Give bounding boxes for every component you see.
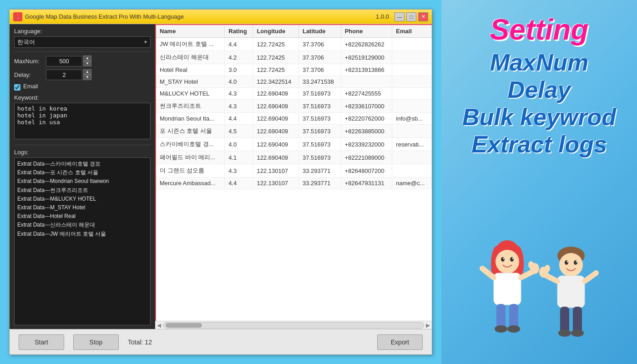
svg-point-4 (501, 257, 505, 262)
cell-latitude: 37.3706 (298, 38, 341, 51)
svg-line-27 (585, 273, 596, 281)
email-label: Email (23, 83, 38, 90)
promo-delay: Delay (462, 76, 616, 104)
cell-rating: 3.0 (225, 64, 253, 76)
cell-email: reservati... (392, 138, 432, 151)
scroll-right-arrow[interactable]: ▶ (426, 322, 430, 329)
minimize-button[interactable]: — (394, 12, 404, 21)
cell-rating: 4.3 (225, 100, 253, 113)
col-phone: Phone (341, 25, 392, 38)
cell-rating: 4.3 (225, 164, 253, 177)
maxnum-down-button[interactable]: ▼ (83, 61, 91, 66)
settings-section: MaxNum: ▲ ▼ Delay: ▲ ▼ (10, 52, 155, 145)
cell-longitude: 122.690409 (253, 100, 299, 113)
svg-point-26 (545, 265, 550, 272)
stop-button[interactable]: Stop (73, 334, 119, 350)
language-select-wrapper: 한국어 English 日本語 中文 (14, 36, 151, 48)
cell-rating: 4.1 (225, 151, 253, 164)
cell-rating: 4.4 (225, 38, 253, 51)
table-row[interactable]: 스카이베이호텔 경...4.0122.69040937.516973+82339… (156, 138, 432, 151)
cell-phone: +8227425555 (341, 88, 392, 100)
window-controls: — □ ✕ (394, 12, 428, 21)
table-row[interactable]: Hotel Real3.0122.7242537.3706+8231391388… (156, 64, 432, 76)
svg-point-18 (559, 253, 583, 277)
cell-email (392, 164, 432, 177)
cell-phone: +82339232000 (341, 138, 392, 151)
promo-logs: Extract logs (462, 131, 616, 158)
cell-phone: +82313913886 (341, 64, 392, 76)
cell-latitude: 37.516973 (298, 113, 341, 125)
close-button[interactable]: ✕ (418, 12, 428, 21)
title-bar: 📍 Google Map Data Business Extract Pro W… (10, 10, 432, 24)
table-row[interactable]: JW 메리어트 호텔 ...4.4122.7242537.3706+822628… (156, 38, 432, 51)
cell-rating: 4.0 (225, 138, 253, 151)
delay-input[interactable] (46, 70, 82, 80)
cell-rating: 4.3 (225, 88, 253, 100)
data-panel: Name Rating Longitude Latitude Phone Ema… (155, 24, 432, 329)
log-entry: Extrat Data---JW 메리어트 호텔 서울 (17, 230, 147, 238)
svg-point-5 (510, 257, 514, 262)
table-row[interactable]: 썬크루즈리조트4.3122.69040937.516973+8233610700… (156, 100, 432, 113)
version-label: 1.0.0 (376, 13, 389, 20)
cell-latitude: 37.516973 (298, 88, 341, 100)
table-row[interactable]: M_STAY Hotel4.0122.342251433.2471538 (156, 76, 432, 88)
table-row[interactable]: M&LUCKY HOTEL4.3122.69040937.516973+8227… (156, 88, 432, 100)
svg-point-30 (558, 329, 571, 337)
window-title: Google Map Data Business Extract Pro Wit… (25, 13, 376, 20)
cell-name: Mondrian Seoul Ita... (156, 113, 225, 125)
svg-point-7 (512, 258, 514, 259)
col-rating: Rating (225, 25, 253, 38)
app-icon: 📍 (13, 12, 22, 21)
cell-phone: +82648007200 (341, 164, 392, 177)
cell-email (392, 125, 432, 138)
cell-longitude: 122.130107 (253, 177, 299, 189)
maxnum-up-button[interactable]: ▲ (83, 56, 91, 61)
log-entry: Extrat Data---스카이베이호텔 경포 (17, 160, 147, 168)
cell-latitude: 37.516973 (298, 138, 341, 151)
cell-rating: 4.4 (225, 177, 253, 189)
cell-phone (341, 76, 392, 88)
svg-point-20 (574, 260, 577, 265)
table-wrapper: Name Rating Longitude Latitude Phone Ema… (155, 24, 432, 321)
cell-latitude: 33.2471538 (298, 76, 341, 88)
log-entry: Extrat Data---포 시즌스 호텔 서울 (17, 168, 147, 177)
table-body: JW 메리어트 호텔 ...4.4122.7242537.3706+822628… (156, 38, 432, 189)
bottom-bar: Start Stop Total: 12 Export (10, 329, 432, 354)
cell-phone: +82519129000 (341, 51, 392, 64)
scroll-left-arrow[interactable]: ◀ (157, 322, 161, 329)
cell-phone: +82263885000 (341, 125, 392, 138)
svg-point-3 (495, 250, 519, 273)
table-row[interactable]: 포 시즌스 호텔 서울4.5122.69040937.516973+822638… (156, 125, 432, 138)
cell-email: info@sb... (392, 113, 432, 125)
horizontal-scrollbar[interactable] (163, 322, 424, 329)
promo-maxnum: MaxNum (462, 49, 616, 76)
maxnum-input[interactable] (46, 56, 82, 66)
table-row[interactable]: 신라스테이 해운대4.2122.7242537.3706+82519129000 (156, 51, 432, 64)
svg-rect-13 (496, 304, 506, 329)
email-checkbox[interactable] (14, 84, 20, 91)
start-button[interactable]: Start (19, 334, 64, 350)
maximize-button[interactable]: □ (406, 12, 416, 21)
cell-phone: +82647931131 (341, 177, 392, 189)
delay-down-button[interactable]: ▼ (83, 75, 91, 80)
cell-phone: +82262826262 (341, 38, 392, 51)
table-row[interactable]: 더 그랜드 섬오름4.3122.13010733.293771+82648007… (156, 164, 432, 177)
cell-rating: 4.2 (225, 51, 253, 64)
keyword-textarea[interactable]: hotel in korea hotel in japan hotel in u… (14, 103, 151, 139)
delay-spinners: ▲ ▼ (83, 69, 91, 80)
total-label: Total: 12 (128, 339, 152, 346)
language-select[interactable]: 한국어 English 日本語 中文 (14, 36, 151, 48)
cell-longitude: 122.690409 (253, 138, 299, 151)
cell-longitude: 122.3422514 (253, 76, 299, 88)
promo-title: Setting (462, 14, 616, 46)
cell-name: 더 그랜드 섬오름 (156, 164, 225, 177)
table-row[interactable]: Mercure Ambassad...4.4122.13010733.29377… (156, 177, 432, 189)
cell-email (392, 64, 432, 76)
svg-point-12 (528, 261, 534, 268)
svg-point-19 (565, 260, 568, 265)
table-row[interactable]: 페어필드 바이 메리...4.1122.69040937.516973+8222… (156, 151, 432, 164)
delay-up-button[interactable]: ▲ (83, 69, 91, 75)
language-section: Language: 한국어 English 日本語 中文 (10, 24, 155, 51)
export-button[interactable]: Export (377, 334, 423, 350)
table-row[interactable]: Mondrian Seoul Ita...4.4122.69040937.516… (156, 113, 432, 125)
